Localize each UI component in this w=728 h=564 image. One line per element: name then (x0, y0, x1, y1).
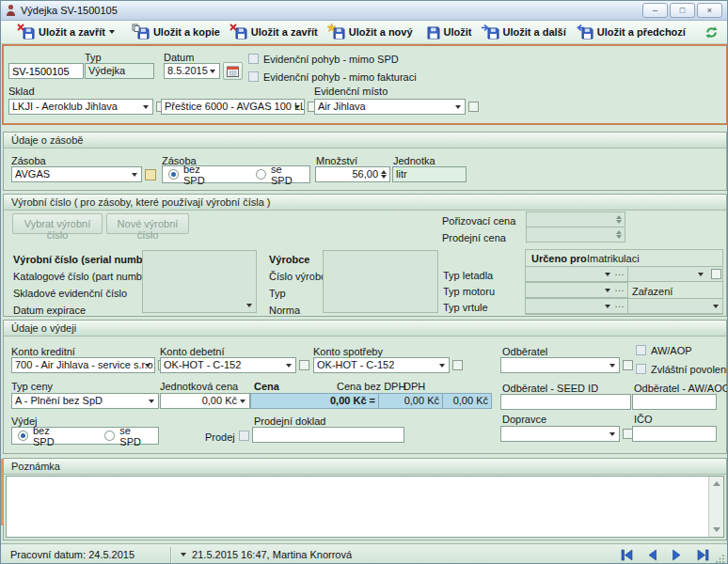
spin-down-icon[interactable] (381, 175, 387, 179)
chevron-down-icon (132, 173, 137, 177)
checkbox-prodej[interactable] (239, 431, 249, 441)
scrollbar[interactable] (708, 477, 723, 537)
odberatel-combo[interactable] (500, 357, 620, 373)
checkbox-aw-aop[interactable] (636, 345, 646, 355)
checkbox-mimo-spd-label: Evidenční pohyb - mimo SPD (263, 54, 399, 65)
document-header-panel: Typ Výdejka Datum 8.5.2015 Evidenční poh… (2, 44, 728, 125)
minimize-icon: – (653, 7, 657, 15)
ellipsis-button[interactable]: … (614, 266, 625, 278)
save-new-icon (329, 25, 345, 39)
checkbox-zvlastni-povoleni[interactable] (636, 364, 646, 374)
vyrobce-label: Výrobce (269, 254, 309, 265)
chevron-down-icon (455, 105, 461, 109)
save-close-icon (231, 25, 247, 39)
checkbox-mimo-spd[interactable] (248, 54, 259, 64)
save-and-next-button[interactable]: Uložit a další (479, 24, 571, 41)
scroll-up-icon[interactable] (713, 481, 720, 486)
chevron-down-icon (609, 432, 615, 436)
radio-vydej-bez-spd-label: bez SPD (33, 425, 71, 447)
typ-ceny-combo[interactable]: A - Plnění bez SpD (11, 393, 159, 409)
first-record-button[interactable] (617, 547, 636, 562)
minimize-button[interactable]: – (642, 3, 668, 18)
imatrikulaci-combo[interactable] (627, 266, 723, 282)
save-and-close-split-button[interactable]: Uložit a zavřít (14, 24, 119, 41)
odberatel-list-toggle[interactable] (623, 360, 633, 370)
radio-se-spd[interactable] (256, 169, 266, 180)
refresh-button[interactable] (700, 24, 723, 41)
scroll-down-icon[interactable] (713, 527, 720, 532)
porizovaci-cena-label: Pořizovací cena (442, 215, 515, 227)
zarazeni-combo[interactable] (627, 298, 723, 314)
prodejni-doklad-input[interactable] (252, 427, 404, 443)
close-button[interactable]: × (697, 3, 722, 18)
mnozstvi-stepper[interactable]: 56,00 (315, 166, 390, 182)
resize-grip[interactable] (716, 554, 725, 564)
nove-vyrobni-cislo-button[interactable]: Nové výrobní číslo (106, 213, 189, 234)
serial-number-box (142, 250, 257, 313)
datum-combo[interactable]: 8.5.2015 (164, 63, 220, 79)
dropdown-caret-icon[interactable] (181, 553, 186, 556)
vybrat-vyrobni-cislo-button[interactable]: Vybrat výrobní číslo (12, 213, 103, 234)
doc-number-input[interactable] (8, 63, 84, 79)
chevron-down-icon (143, 105, 149, 109)
odberatel-aw-aoc-input[interactable] (632, 394, 717, 410)
save-button[interactable]: Uložit (419, 24, 477, 41)
konto-spotreby-list-toggle[interactable] (452, 360, 463, 370)
previous-record-button[interactable] (642, 547, 661, 562)
typ-vrtule-combo[interactable]: … (525, 298, 628, 314)
konto-kreditni-combo[interactable]: 700 - Air Jihlava - service s.r.o. (11, 357, 155, 373)
save-close-icon (19, 25, 35, 39)
typ-motoru-combo[interactable]: … (525, 282, 628, 298)
konto-debetni-combo[interactable]: OK-HOT - C-152 (160, 357, 296, 373)
typ-letadla-label: Typ letadla (443, 270, 493, 281)
dopravce-combo[interactable] (500, 426, 620, 442)
konto-debetni-list-toggle[interactable] (299, 360, 309, 370)
checkbox-mimo-fakturaci[interactable] (248, 71, 259, 82)
zasoba-picker-button[interactable] (145, 169, 156, 180)
konto-spotreby-combo[interactable]: OK-HOT - C-152 (313, 357, 450, 373)
save-and-previous-button[interactable]: Uložit a předchozí (573, 24, 690, 41)
last-record-button[interactable] (693, 547, 712, 562)
ico-input[interactable] (632, 426, 717, 442)
section-poznamka: Poznámka (3, 458, 727, 540)
chevron-down-icon (605, 289, 610, 292)
poznamka-textarea[interactable] (6, 476, 724, 538)
statusbar-separator (170, 547, 171, 563)
evidencni-misto-list-toggle[interactable] (468, 102, 479, 112)
save-and-new-button[interactable]: Uložit a nový (324, 24, 418, 41)
sklad-combo[interactable]: LKJI - Aeroklub Jihlava (8, 99, 153, 115)
evidencni-misto-combo[interactable]: Air Jihlava (314, 99, 466, 115)
katalogove-cislo-label: Katalogové číslo (part number) (13, 271, 154, 282)
zasoba-combo[interactable]: AVGAS (11, 166, 142, 182)
typ-vrtule-label: Typ vrtule (443, 302, 488, 313)
ellipsis-button[interactable]: … (614, 282, 625, 294)
radio-bez-spd[interactable] (168, 169, 179, 180)
focus-indicator-strip (1, 459, 4, 525)
application-window: Výdejka SV-1500105 – □ × Uložit a zavřít… (0, 0, 728, 564)
jednotkova-cena-label: Jednotková cena (160, 381, 238, 392)
spin-up-icon (616, 215, 622, 219)
save-and-copy-button[interactable]: Uložit a kopie (129, 24, 225, 41)
jednotkova-cena-combo[interactable]: 0,00 Kč (160, 393, 250, 409)
ellipsis-button[interactable]: … (614, 298, 625, 310)
save-and-previous-label: Uložit a předchozí (597, 26, 686, 38)
section-title: Údaje o zásobě (4, 133, 726, 149)
dph-field: 0,00 Kč (442, 393, 492, 409)
zasoba-value: AVGAS (15, 168, 50, 180)
typ-letadla-combo[interactable]: … (525, 266, 628, 282)
next-record-button[interactable] (668, 547, 687, 562)
spin-up-icon[interactable] (381, 170, 387, 174)
prodejni-cena-label: Prodejní cena (442, 232, 506, 243)
radio-vydej-se-spd[interactable] (104, 431, 115, 441)
save-and-close-button[interactable]: Uložit a zavřít (227, 24, 323, 41)
calendar-button[interactable] (223, 62, 243, 80)
cena-field: 0,00 Kč = (250, 393, 379, 409)
zasoba-sklad-combo[interactable]: Přeštice 6000 - AVGAS 100 LL (161, 99, 305, 115)
typ-value: Výdejka (88, 65, 125, 76)
radio-bez-spd-label: bez SPD (183, 164, 222, 186)
sklad-value: LKJI - Aeroklub Jihlava (12, 101, 118, 112)
radio-vydej-bez-spd[interactable] (18, 431, 28, 441)
imatrikulaci-list-toggle[interactable] (711, 269, 721, 279)
odberatel-seed-id-input[interactable] (500, 394, 631, 410)
maximize-button[interactable]: □ (670, 3, 695, 18)
